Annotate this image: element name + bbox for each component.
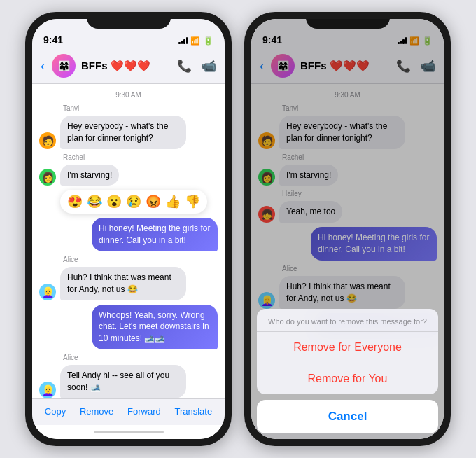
remove-button[interactable]: Remove xyxy=(80,406,113,417)
react-wow[interactable]: 😮 xyxy=(106,194,122,209)
msg-row-1: 🧑 Hey everybody - what's the plan for di… xyxy=(39,116,218,149)
avatar-tanvi: 🧑 xyxy=(39,132,56,149)
msg-row-4: 👱‍♀️ Huh? I think that was meant for And… xyxy=(39,267,218,300)
chat-title-1: BFFs ❤️❤️❤️ xyxy=(81,60,172,72)
msg-row-5: Whoops! Yeah, sorry. Wrong chat. Let's m… xyxy=(39,305,218,349)
react-thumbsup[interactable]: 👍 xyxy=(165,194,181,209)
cancel-button[interactable]: Cancel xyxy=(257,400,438,433)
messages-area-1: 9:30 AM Tanvi 🧑 Hey everybody - what's t… xyxy=(32,84,225,398)
battery-icon-1: 🔋 xyxy=(203,36,214,46)
phone-2: 9:41 📶 🔋 ‹ 👩‍👩‍👧 BFFs ❤️❤️❤️ 📞 📹 xyxy=(244,12,451,446)
react-laugh[interactable]: 😂 xyxy=(87,194,102,209)
action-sheet-overlay: Who do you want to remove this message f… xyxy=(251,19,444,439)
action-sheet: Who do you want to remove this message f… xyxy=(251,303,444,439)
wifi-icon-1: 📶 xyxy=(190,36,200,46)
back-button-1[interactable]: ‹ xyxy=(41,59,45,74)
action-sheet-card: Who do you want to remove this message f… xyxy=(257,309,438,394)
status-icons-1: 📶 🔋 xyxy=(178,36,214,46)
avatar-alice2: 👱‍♀️ xyxy=(39,382,56,398)
bottom-toolbar-1: Copy Remove Forward Translate xyxy=(32,398,225,425)
react-sad[interactable]: 😢 xyxy=(126,194,141,209)
phone-1: 9:41 📶 🔋 ‹ 👩‍👩‍👧 BFFs ❤️❤️❤️ 📞 📹 xyxy=(25,12,232,446)
chat-header-1: ‹ 👩‍👩‍👧 BFFs ❤️❤️❤️ 📞 📹 xyxy=(32,50,225,84)
bubble-4: Huh? I think that was meant for Andy, no… xyxy=(60,267,186,300)
home-indicator-1 xyxy=(32,425,225,439)
remove-everyone-button[interactable]: Remove for Everyone xyxy=(257,331,438,363)
remove-you-button[interactable]: Remove for You xyxy=(257,363,438,394)
notch-1 xyxy=(87,12,171,29)
status-time-1: 9:41 xyxy=(43,34,63,46)
time-label-1: 9:30 AM xyxy=(39,91,218,99)
bubble-1: Hey everybody - what's the plan for dinn… xyxy=(60,116,186,149)
translate-button[interactable]: Translate xyxy=(174,406,212,417)
react-thumbsdown[interactable]: 👎 xyxy=(185,194,200,209)
home-bar-1 xyxy=(94,431,164,433)
react-love[interactable]: 😍 xyxy=(67,194,83,209)
action-sheet-question: Who do you want to remove this message f… xyxy=(257,309,438,331)
avatar-rachel: 👩 xyxy=(39,169,56,186)
sender-tanvi: Tanvi xyxy=(63,104,218,112)
reaction-bar[interactable]: 😍 😂 😮 😢 😡 👍 👎 xyxy=(60,190,207,214)
signal-icon-1 xyxy=(178,37,188,44)
bubble-6: Tell Andy hi -- see all of you soon! 🎿 xyxy=(60,365,186,398)
copy-button[interactable]: Copy xyxy=(45,406,66,417)
msg-row-2: 👩 I'm starving! xyxy=(39,165,218,186)
bubble-5: Whoops! Yeah, sorry. Wrong chat. Let's m… xyxy=(92,305,218,349)
sender-alice2: Alice xyxy=(63,354,218,361)
sender-rachel: Rachel xyxy=(63,153,218,161)
msg-row-3: Hi honey! Meeting the girls for dinner. … xyxy=(39,218,218,251)
forward-button[interactable]: Forward xyxy=(127,406,161,417)
header-icons-1: 📞 📹 xyxy=(177,59,216,74)
msg-row-6: 👱‍♀️ Tell Andy hi -- see all of you soon… xyxy=(39,365,218,398)
bubble-3-highlighted: Hi honey! Meeting the girls for dinner. … xyxy=(92,218,218,251)
bubble-2: I'm starving! xyxy=(60,165,119,186)
sender-alice: Alice xyxy=(63,256,218,263)
video-icon-1[interactable]: 📹 xyxy=(202,59,216,74)
group-avatar-1: 👩‍👩‍👧 xyxy=(52,54,76,78)
avatar-alice: 👱‍♀️ xyxy=(39,284,56,300)
react-angry[interactable]: 😡 xyxy=(146,194,161,209)
phone-icon-1[interactable]: 📞 xyxy=(177,59,192,74)
